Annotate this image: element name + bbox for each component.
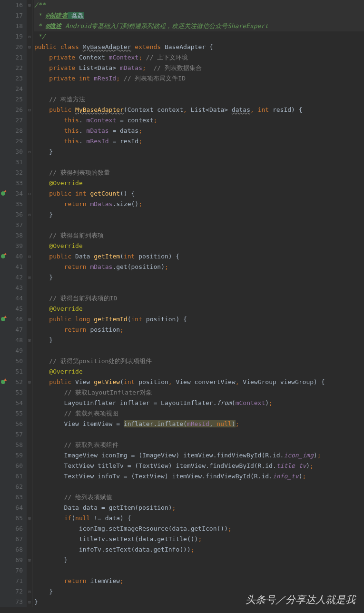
line-number: 20: [7, 42, 23, 52]
code-line[interactable]: // 获得当前列表项的ID: [34, 293, 364, 304]
code-line[interactable]: public View getView(int position, View c…: [34, 377, 364, 387]
fold-open-icon[interactable]: ⊟: [27, 251, 32, 262]
line-number: 21: [7, 52, 23, 63]
code-line[interactable]: [34, 157, 364, 168]
override-marker-icon[interactable]: [1, 191, 5, 196]
code-line[interactable]: infoTv.setText(data.getInfo());: [34, 544, 364, 555]
code-line[interactable]: /**: [34, 0, 364, 10]
code-line[interactable]: * @描述 Android零基础入门到精通系列教程，欢迎关注微信公众号Share…: [34, 21, 364, 31]
code-line[interactable]: */: [34, 31, 364, 42]
code-line[interactable]: return mDatas.get(position);: [34, 262, 364, 272]
code-line[interactable]: }: [34, 209, 364, 220]
line-number: 67: [7, 534, 23, 544]
code-line[interactable]: return position;: [34, 325, 364, 335]
fold-close-icon[interactable]: ⊡: [27, 209, 32, 220]
code-line[interactable]: // 获取列表项组件: [34, 440, 364, 450]
line-number: 24: [7, 84, 23, 94]
line-number: 56: [7, 419, 23, 429]
line-number: 18: [7, 21, 23, 31]
line-number: 33: [7, 178, 23, 188]
line-number: 70: [7, 565, 23, 576]
fold-close-icon[interactable]: ⊡: [27, 147, 32, 157]
code-line[interactable]: public int getCount() {: [34, 188, 364, 199]
code-line[interactable]: // 获得列表项的数量: [34, 168, 364, 178]
code-line[interactable]: }: [34, 272, 364, 283]
code-line[interactable]: this. mResId = resId;: [34, 136, 364, 147]
line-number: 63: [7, 492, 23, 503]
code-line[interactable]: }: [34, 597, 364, 607]
fold-open-icon[interactable]: ⊟: [27, 377, 32, 387]
code-line[interactable]: @Override: [34, 178, 364, 188]
code-line[interactable]: @Override: [34, 304, 364, 314]
code-line[interactable]: public Data getItem(int position) {: [34, 251, 364, 262]
line-number: 46: [7, 314, 23, 325]
line-number: 16: [7, 0, 23, 10]
code-line[interactable]: }: [34, 586, 364, 597]
fold-open-icon[interactable]: ⊟: [27, 0, 32, 10]
code-line[interactable]: @Override: [34, 241, 364, 251]
code-line[interactable]: [34, 565, 364, 576]
code-line[interactable]: Data data = getItem(position);: [34, 503, 364, 513]
code-line[interactable]: [34, 84, 364, 94]
code-line[interactable]: public MyBaseAdapter(Context context, Li…: [34, 105, 364, 115]
code-line[interactable]: [34, 283, 364, 293]
fold-close-icon[interactable]: ⊡: [27, 335, 32, 346]
editor[interactable]: 1617181920212223242526272829303132333435…: [0, 0, 364, 607]
line-number: 35: [7, 199, 23, 209]
line-number: 62: [7, 482, 23, 492]
code-line[interactable]: private int mResId; // 列表项布局文件ID: [34, 73, 364, 84]
fold-close-icon[interactable]: ⊡: [27, 586, 32, 597]
code-line[interactable]: // 给列表项赋值: [34, 492, 364, 503]
code-line[interactable]: }: [34, 555, 364, 565]
code-line[interactable]: // 获得第position处的列表项组件: [34, 356, 364, 366]
code-line[interactable]: [34, 220, 364, 230]
fold-close-icon[interactable]: ⊡: [27, 31, 32, 42]
code-line[interactable]: View itemView = inflater.inflate(mResId,…: [34, 419, 364, 429]
line-number: 44: [7, 293, 23, 304]
fold-open-icon[interactable]: ⊟: [27, 105, 32, 115]
code-line[interactable]: this. mContext = context;: [34, 115, 364, 126]
line-number: 30: [7, 147, 23, 157]
code-line[interactable]: return itemView;: [34, 576, 364, 586]
code-line[interactable]: public long getItemId(int position) {: [34, 314, 364, 325]
code-line[interactable]: [34, 429, 364, 440]
line-number: 19: [7, 31, 23, 42]
code-line[interactable]: }: [34, 335, 364, 346]
fold-open-icon[interactable]: ⊟: [27, 42, 32, 52]
fold-open-icon[interactable]: ⊟: [27, 513, 32, 524]
code-line[interactable]: TextView titleTv = (TextView) itemView.f…: [34, 461, 364, 471]
code-line[interactable]: if(null != data) {: [34, 513, 364, 524]
fold-close-icon[interactable]: ⊡: [27, 597, 32, 607]
line-number: 40: [7, 251, 23, 262]
code-line[interactable]: }: [34, 147, 364, 157]
code-line[interactable]: // 获得当前列表项: [34, 230, 364, 241]
code-line[interactable]: // 构造方法: [34, 94, 364, 105]
code-line[interactable]: private List<Data> mDatas; // 列表数据集合: [34, 63, 364, 73]
override-marker-icon[interactable]: [1, 317, 5, 321]
code-line[interactable]: LayoutInflater inflater = LayoutInflater…: [34, 398, 364, 408]
code-line[interactable]: titleTv.setText(data.getTitle());: [34, 534, 364, 544]
code-line[interactable]: public class MyBaseAdapter extends BaseA…: [34, 42, 364, 52]
code-line[interactable]: // 装载列表项视图: [34, 408, 364, 419]
code-line[interactable]: * @创建者 鑫鱻: [34, 10, 364, 21]
fold-close-icon[interactable]: ⊡: [27, 272, 32, 283]
line-number: 50: [7, 356, 23, 366]
code-line[interactable]: TextView infoTv = (TextView) itemView.fi…: [34, 471, 364, 482]
code-line[interactable]: iconImg.setImageResource(data.getIcon())…: [34, 524, 364, 534]
line-number: 31: [7, 157, 23, 168]
fold-close-icon[interactable]: ⊡: [27, 555, 32, 565]
fold-open-icon[interactable]: ⊟: [27, 314, 32, 325]
code-line[interactable]: return mDatas.size();: [34, 199, 364, 209]
code-line[interactable]: this. mDatas = datas;: [34, 126, 364, 136]
fold-open-icon[interactable]: ⊟: [27, 188, 32, 199]
code-line[interactable]: [34, 482, 364, 492]
code-area[interactable]: /** * @创建者 鑫鱻 * @描述 Android零基础入门到精通系列教程，…: [32, 0, 364, 607]
code-line[interactable]: [34, 346, 364, 356]
code-line[interactable]: @Override: [34, 366, 364, 377]
override-marker-icon[interactable]: [1, 254, 5, 258]
line-number: 28: [7, 126, 23, 136]
override-marker-icon[interactable]: [1, 380, 5, 384]
code-line[interactable]: private Context mContext; // 上下文环境: [34, 52, 364, 63]
code-line[interactable]: ImageView iconImg = (ImageView) itemView…: [34, 450, 364, 461]
code-line[interactable]: // 获取LayoutInflater对象: [34, 387, 364, 398]
